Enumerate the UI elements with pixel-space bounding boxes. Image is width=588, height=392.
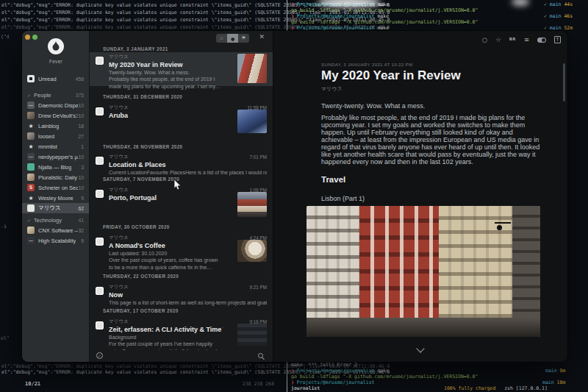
star-favicon: ★ <box>27 143 35 150</box>
list-item[interactable]: マリウス Aruba 11:58 PM <box>90 103 273 132</box>
star-icon: ☆ <box>219 35 223 41</box>
share-icon[interactable]: ↑ <box>554 36 561 43</box>
sidebar-item-feed[interactable]: — Daemonic Dispatches 10 <box>22 100 89 110</box>
filter-segmented-control: ☆ ● ⚑ <box>216 34 249 43</box>
list-item[interactable]: マリウス Now This page is a list of short-te… <box>90 282 273 300</box>
sidebar-item-feed[interactable]: Drew DeVault's blog 210 <box>22 110 89 121</box>
unread-checkbox[interactable] <box>96 57 104 65</box>
unread-checkbox[interactable] <box>96 190 104 198</box>
article-photo-lisbon <box>306 206 540 337</box>
fever-window: Fever Unread 458 ✓ People 375 — Daemonic… <box>22 31 567 362</box>
date-group-header: SATURDAY, 7 NOVEMBER 2020 <box>103 177 267 182</box>
unread-icon <box>27 75 35 82</box>
git-status: main 9m <box>545 368 565 374</box>
git-status: main 10m <box>542 380 565 385</box>
article-paragraph: Lisbon (Part 1) <box>321 195 365 202</box>
starred-filter-button[interactable]: ☆ <box>216 34 227 43</box>
sidebar-item-feed[interactable]: — nerdypepper's µblog 10 <box>22 152 89 162</box>
article-thumbnail <box>237 324 267 346</box>
appearance-toggle-icon[interactable] <box>537 38 546 43</box>
sidebar-section-technology[interactable]: ✓ Technology 41 <box>22 215 89 225</box>
reader-scrollbar[interactable] <box>563 63 565 101</box>
mark-all-read-icon[interactable]: ✓ <box>96 352 103 359</box>
sidebar-item-feed-selected[interactable]: マリウス 62 <box>22 203 89 213</box>
list-footer: ✓ <box>90 350 273 362</box>
sidebar-section-people[interactable]: ✓ People 375 <box>22 90 89 100</box>
text-settings-icon[interactable]: ≡ <box>524 37 529 43</box>
typed-command[interactable]: journalist <box>291 386 320 391</box>
feed-favicon <box>27 227 35 234</box>
reader-pane: ○ ☆ BR ≡ ↑ SUNDAY, 3 JANUARY 2021 AT 10:… <box>273 31 567 362</box>
git-status: ✓ main 44s <box>544 2 573 7</box>
sidebar-item-feed[interactable]: ★ Wesley Moore 9 <box>22 193 89 203</box>
terminal-edge-fragment: el" <box>1 336 10 341</box>
date-group-header: SATURDAY, 17 OCTOBER 2020 <box>103 308 267 313</box>
chevron-down-icon[interactable] <box>416 344 424 352</box>
close-icon[interactable]: ✕ <box>259 33 265 40</box>
git-status: ✓ main 46s <box>544 14 573 19</box>
tmux-pane-numbers: 238 238 268 <box>243 382 274 387</box>
terminal-build-line: go build -ldflags "-X github.com/mrusme/… <box>291 20 478 25</box>
section-collapse-icon: ✓ <box>27 93 31 98</box>
terminal-pane-divider <box>287 0 287 31</box>
tmux-pane-indicator: 10/21 <box>25 382 40 387</box>
unread-dot-icon: ● <box>231 36 234 41</box>
battery-status: 100% fully charged <box>444 385 495 391</box>
reader-toolbar: ○ ☆ BR ≡ ↑ <box>482 36 561 43</box>
list-item[interactable]: マリウス A Nomad's Coffee Last updated: 30.1… <box>90 233 273 261</box>
terminal-prompt-line: ❯ Projects/@mrusme/journalist make <box>291 26 389 31</box>
flag-icon: ⚑ <box>241 35 245 41</box>
flagged-filter-button[interactable]: ⚑ <box>238 34 249 43</box>
unread-checkbox[interactable] <box>96 287 104 295</box>
article-paragraph: Twenty-twenty. Wow. What a mess. <box>321 102 425 110</box>
sidebar-item-feed[interactable]: ★ Lainblog 18 <box>22 121 89 131</box>
article-paragraph: Probably like most people, at the end of… <box>321 114 542 165</box>
sidebar-item-feed[interactable]: Njalla — Blog 3 <box>22 162 89 172</box>
terminal-edge-fragment: {"d <box>1 35 10 40</box>
article-thumbnail <box>237 192 267 217</box>
list-item[interactable]: マリウス Zeit, erfassen: A CLI Activity & Ti… <box>90 317 273 348</box>
sidebar-item-feed[interactable]: loosed 27 <box>22 131 89 141</box>
star-icon[interactable]: ☆ <box>495 37 501 43</box>
mark-unread-icon[interactable]: ○ <box>482 37 487 43</box>
list-item-selected[interactable]: マリウス My 2020 Year in Review Twenty-twent… <box>90 52 273 86</box>
terminal-build-line: go build -ldflags "-X github.com/mrusme/… <box>291 8 478 13</box>
prompt-icon: ❯ <box>291 368 294 374</box>
git-status: ✓ main 52m <box>544 26 573 31</box>
unread-checkbox[interactable] <box>96 321 104 329</box>
prompt-icon: ❯ <box>291 379 294 385</box>
sidebar: Fever Unread 458 ✓ People 375 — Daemonic… <box>22 31 90 362</box>
app-name: Fever <box>22 59 90 64</box>
unread-filter-button[interactable]: ● <box>227 34 238 43</box>
list-item[interactable]: マリウス Location & Places Current LocationF… <box>90 152 273 171</box>
street-lamp <box>495 222 511 224</box>
search-icon[interactable] <box>258 353 263 358</box>
screen-glare <box>512 0 529 6</box>
article-author: マリウス <box>321 85 343 93</box>
terminal-prompt-line: ❯ Projects/@mrusme/journalist make <box>291 368 389 374</box>
sidebar-item-feed[interactable]: S Schneier on Security 10 <box>22 182 89 193</box>
unread-checkbox[interactable] <box>96 157 104 165</box>
unread-checkbox[interactable] <box>96 107 104 115</box>
feed-favicon <box>27 163 35 171</box>
sidebar-item-unread[interactable]: Unread 458 <box>22 74 89 84</box>
article-list: SUNDAY, 3 JANUARY 2021 マリウス My 2020 Year… <box>90 46 273 350</box>
mouse-cursor <box>173 179 182 193</box>
browser-view-icon[interactable]: BR <box>509 38 516 42</box>
feed-favicon: — <box>27 237 35 244</box>
sidebar-item-feed[interactable]: CNX Software – Emb... 32 <box>22 225 89 235</box>
unread-checkbox[interactable] <box>96 238 104 246</box>
street-lamp <box>497 225 502 230</box>
list-toolbar: ☆ ● ⚑ ✕ <box>90 31 273 46</box>
star-favicon: ★ <box>27 122 35 129</box>
date-group-header: THURSDAY, 31 DECEMBER 2020 <box>103 94 267 99</box>
sidebar-item-feed[interactable]: Pluralistic: Daily links... 10 <box>22 172 89 182</box>
shell-status: zsh [127.0.0.1] <box>504 385 548 391</box>
sidebar-item-feed[interactable]: ★ mnmlist 1 <box>22 141 89 152</box>
feed-favicon <box>27 174 35 181</box>
date-group-header: THURSDAY, 22 OCTOBER 2020 <box>103 274 267 279</box>
sidebar-item-feed[interactable]: — High Scalability 9 <box>22 235 89 246</box>
terminal-prompt-line: ❯ Projects/@mrusme/journalist <box>291 380 375 385</box>
feed-favicon <box>27 132 35 140</box>
prompt-icon: ❯ <box>291 1 294 7</box>
